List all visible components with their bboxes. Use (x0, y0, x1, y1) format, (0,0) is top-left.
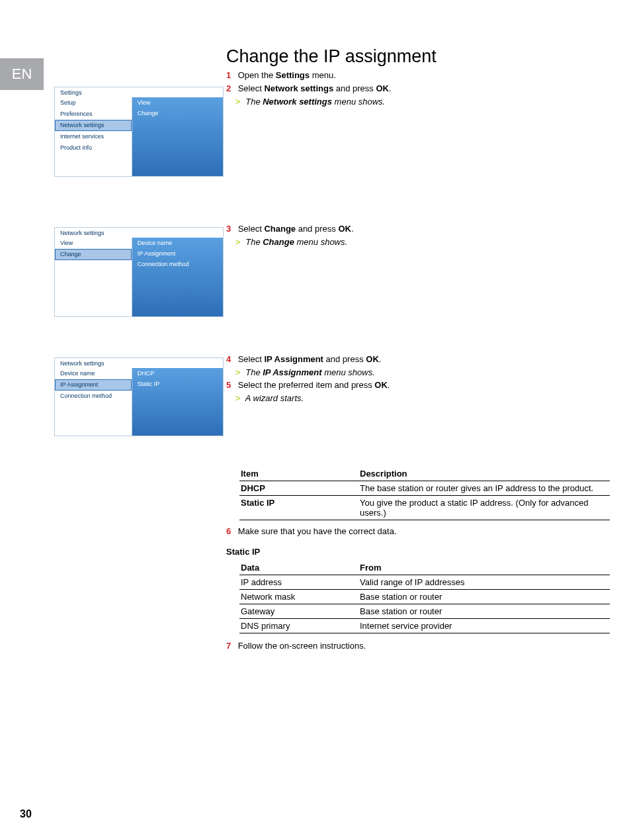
text-bold: Network settings (263, 97, 332, 107)
text-bold: OK (366, 354, 379, 364)
menu-item: Product info (55, 142, 132, 154)
page-title: Change the IP assignment (226, 46, 610, 67)
text: The (245, 367, 263, 377)
static-ip-table: Data From IP address Valid range of IP a… (239, 561, 610, 633)
menu-item: View (132, 97, 223, 108)
item-description-table: Item Description DHCP The base station o… (239, 467, 610, 520)
menu-item: Connection method (132, 259, 223, 269)
text-bold: OK (338, 224, 351, 234)
page-content: Change the IP assignment 1 Open the Sett… (54, 46, 610, 654)
menu-item-selected: Network settings (55, 120, 132, 131)
chevron-icon: > (235, 237, 241, 247)
ui-right-panel: Device name IP Assignment Connection met… (132, 238, 223, 316)
step-number: 3 (226, 223, 235, 235)
table-cell: DHCP (239, 481, 358, 496)
page-number: 30 (20, 808, 32, 820)
chevron-icon: > (235, 393, 241, 403)
text: and press (323, 354, 366, 364)
chevron-icon: > (235, 367, 241, 377)
text: and press (296, 224, 338, 234)
text: Select the preferred item and press (238, 380, 375, 390)
text: . (388, 380, 390, 390)
menu-item: Change (132, 108, 223, 118)
text: and press (333, 83, 376, 93)
text-bold: OK (374, 380, 388, 390)
menu-item: Device name (55, 368, 132, 379)
ui-title: Settings (55, 87, 223, 97)
ui-left-panel: Device name IP Assignment Connection met… (55, 368, 132, 436)
table-cell: Network mask (239, 590, 358, 604)
menu-item: Internet services (55, 131, 132, 142)
step-5-result: > A wizard starts. (235, 393, 610, 404)
step-number: 7 (226, 640, 235, 652)
menu-item: Device name (132, 238, 223, 248)
menu-spacer (55, 424, 132, 436)
table-cell: Base station or router (358, 604, 610, 619)
step-6: 6 Make sure that you have the correct da… (226, 526, 610, 537)
table-cell: IP address (239, 575, 358, 590)
menu-item-selected: Change (55, 249, 132, 260)
step-number: 2 (226, 83, 235, 95)
menu-spacer (55, 413, 132, 424)
menu-item: Static IP (132, 379, 223, 389)
menu-spacer (55, 402, 132, 413)
text-bold: Network settings (264, 83, 333, 93)
step-number: 4 (226, 353, 235, 365)
menu-spacer (55, 305, 132, 316)
text-bold: Change (263, 237, 294, 247)
step-text: Select Network settings and press OK. (238, 83, 595, 95)
step-text: Select the preferred item and press OK. (238, 379, 595, 391)
step-text: Make sure that you have the correct data… (238, 526, 595, 537)
step-7: 7 Follow the on-screen instructions. (226, 640, 610, 652)
step-text: Select Change and press OK. (238, 223, 595, 235)
menu-item: View (55, 238, 132, 249)
menu-item: DHCP (132, 368, 223, 379)
text-bold: Change (264, 224, 296, 234)
text-bold: OK (376, 83, 389, 93)
ui-screenshot-ip-assignment: Network settings Device name IP Assignme… (54, 357, 224, 436)
table-cell: Base station or router (358, 590, 610, 604)
ui-screenshot-network-settings: Network settings View Change Device name (54, 227, 224, 317)
menu-item: Connection method (55, 391, 132, 402)
text: . (379, 354, 382, 364)
step-number: 5 (226, 379, 235, 391)
step-3: 3 Select Change and press OK. (226, 223, 610, 235)
text: menu. (310, 70, 336, 80)
table-cell: DNS primary (239, 619, 358, 633)
text: Select (238, 224, 265, 234)
ui-right-panel: DHCP Static IP (132, 368, 223, 436)
language-tab: EN (0, 58, 44, 90)
ui-left-panel: Setup Preferences Network settings Inter… (55, 97, 132, 176)
step-text: Select IP Assignment and press OK. (238, 353, 595, 365)
table-cell: Gateway (239, 604, 358, 619)
menu-item: Preferences (55, 109, 132, 120)
menu-spacer (55, 271, 132, 283)
step-4: 4 Select IP Assignment and press OK. (226, 353, 610, 365)
table-cell: You give the product a static IP address… (358, 496, 610, 520)
text: The (245, 97, 263, 107)
text: Select (238, 354, 265, 364)
menu-spacer (55, 154, 132, 165)
text: A wizard starts. (245, 393, 304, 403)
text-bold: Settings (276, 70, 310, 80)
step-2: 2 Select Network settings and press OK. (226, 83, 610, 95)
menu-spacer (55, 165, 132, 176)
static-ip-heading: Static IP (226, 547, 610, 557)
menu-item: Setup (55, 97, 132, 109)
ui-screenshot-settings: Settings Setup Preferences Network setti… (54, 87, 224, 177)
text: Select (238, 83, 265, 93)
ui-right-panel: View Change (132, 97, 223, 176)
ui-left-panel: View Change (55, 238, 132, 316)
step-3-result: > The Change menu shows. (235, 236, 610, 248)
table-header: Data (239, 561, 358, 575)
text-bold: IP Assignment (263, 367, 321, 377)
table-header: Item (239, 467, 358, 481)
table-cell: Internet service provider (358, 619, 610, 633)
table-cell: The base station or router gives an IP a… (358, 481, 610, 496)
table-cell: Valid range of IP addresses (358, 575, 610, 590)
text: The (245, 237, 263, 247)
step-text: Follow the on-screen instructions. (238, 640, 595, 652)
ui-title: Network settings (55, 358, 223, 368)
menu-item: IP Assignment (132, 248, 223, 259)
table-header: Description (358, 467, 610, 481)
